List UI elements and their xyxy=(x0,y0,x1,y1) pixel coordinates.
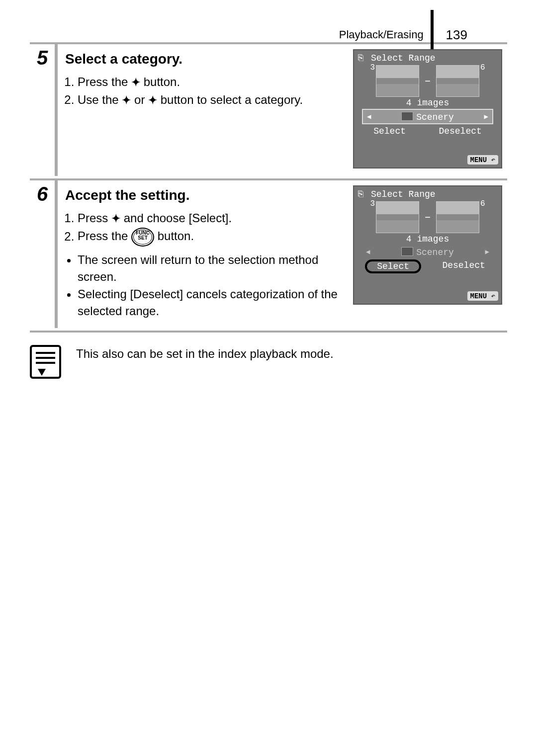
menu-badge: MENU xyxy=(467,155,498,165)
step-number: 6 xyxy=(30,183,55,205)
category-selector: ◀ Scenery ▶ xyxy=(362,245,493,258)
range-start: 3 xyxy=(370,63,375,72)
step-title: Accept the setting. xyxy=(65,185,343,205)
select-option-highlighted: Select xyxy=(365,259,421,273)
step-6-block: 6 Accept the setting. Press ✦ and choose… xyxy=(30,178,507,328)
category-label: Scenery xyxy=(416,248,454,257)
note-text: This also can be set in the index playba… xyxy=(76,345,334,361)
page-header: Playback/Erasing 139 xyxy=(30,15,507,40)
right-triangle-icon: ▶ xyxy=(484,112,488,121)
range-end: 6 xyxy=(480,199,485,208)
step6-bullet-1: The screen will return to the selection … xyxy=(78,252,343,285)
step-number: 5 xyxy=(30,47,55,69)
right-triangle-icon: ▶ xyxy=(485,248,489,256)
range-dash-icon: – xyxy=(424,75,431,87)
step5-item-2: Use the ✦ or ✦ button to select a catego… xyxy=(78,91,343,108)
note-row: This also can be set in the index playba… xyxy=(30,331,507,379)
range-start: 3 xyxy=(370,199,375,208)
category-label: Scenery xyxy=(416,112,454,122)
range-dash-icon: – xyxy=(424,211,431,224)
step-title: Select a category. xyxy=(65,49,343,69)
thumbnail-icon xyxy=(376,201,419,233)
step5-item-1: Press the ✦ button. xyxy=(78,74,343,90)
menu-badge: MENU xyxy=(467,291,498,301)
image-count: 4 images xyxy=(357,234,498,244)
deselect-option: Deselect xyxy=(437,259,490,273)
header-divider xyxy=(431,10,434,50)
step6-item-1: Press ✦ and choose [Select]. xyxy=(78,210,343,227)
step-number-col: 6 xyxy=(30,180,58,328)
image-count: 4 images xyxy=(357,98,498,108)
left-arrow-icon: ✦ xyxy=(122,93,131,108)
thumbnail-icon xyxy=(436,65,479,97)
camera-screen-step5: Select Range 3 – 6 4 images ◀ Scenery xyxy=(353,49,502,168)
range-end: 6 xyxy=(480,63,485,72)
screen-title: Select Range xyxy=(357,53,498,63)
category-selector: ◀ Scenery ▶ xyxy=(362,109,493,124)
deselect-option: Deselect xyxy=(434,125,486,137)
note-icon xyxy=(30,345,61,379)
left-triangle-icon: ◀ xyxy=(366,248,370,256)
right-arrow-icon: ✦ xyxy=(148,93,157,108)
thumbnail-icon xyxy=(376,65,419,97)
thumbnail-icon xyxy=(436,201,479,233)
step-number-col: 5 xyxy=(30,44,58,176)
select-option: Select xyxy=(368,125,411,137)
left-triangle-icon: ◀ xyxy=(367,112,371,121)
down-arrow-icon: ✦ xyxy=(111,211,120,227)
func-set-icon: FUNCSET xyxy=(131,228,154,247)
screen-title: Select Range xyxy=(357,189,498,199)
header-section: Playback/Erasing xyxy=(339,28,424,41)
category-icon xyxy=(401,247,413,256)
category-icon xyxy=(401,112,413,121)
step6-item-2: Press the FUNCSET button. xyxy=(78,228,343,247)
down-arrow-icon: ✦ xyxy=(131,75,140,90)
step6-bullet-2: Selecting [Deselect] cancels categorizat… xyxy=(78,286,343,319)
camera-screen-step6: Select Range 3 – 6 4 images ◀ Scenery xyxy=(353,185,502,305)
step-5-block: 5 Select a category. Press the ✦ button.… xyxy=(30,42,507,176)
page-number: 139 xyxy=(446,27,467,43)
